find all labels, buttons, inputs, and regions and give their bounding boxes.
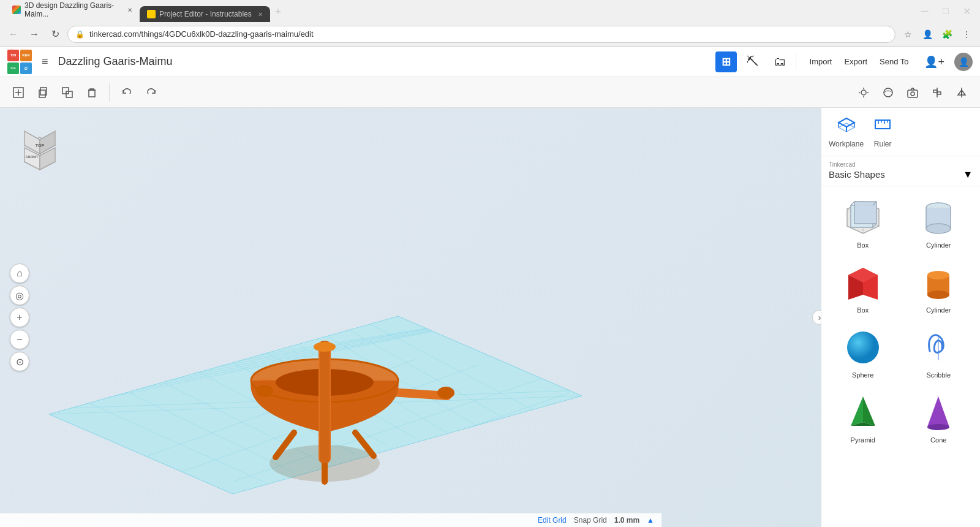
redo-button[interactable] [140,83,162,102]
shapes-grid: Box Cylinder [821,186,980,453]
browser-minimize[interactable]: ─ [916,2,933,20]
browser-actions: ☆ 👤 🧩 ⋮ [899,26,975,43]
browser-controls: ← → ↻ 🔒 tinkercad.com/things/4GDCu6xlk0D… [0,22,980,47]
add-user-button[interactable]: 👤+ [919,53,949,71]
ruler-button[interactable]: Ruler [873,115,892,148]
mirror-button[interactable] [951,83,973,102]
svg-text:FRONT: FRONT [26,155,39,159]
shape-cylinder-orange[interactable]: Cylinder [902,256,976,319]
view-toggle-button[interactable] [877,83,899,102]
align-button[interactable] [926,83,948,102]
pyramid-img [842,391,884,434]
tab-instructables-close[interactable]: ✕ [258,11,263,18]
browser-chrome: 3D design Dazzling Gaaris-Maim... ✕ Proj… [0,0,980,47]
svg-point-104 [847,332,879,363]
shape-box-red[interactable]: Box [826,256,900,319]
shape-box-wireframe[interactable]: Box [826,191,900,254]
edit-grid-button[interactable]: Edit Grid [538,516,567,525]
panel-top-controls: Workplane Ruler [821,108,980,156]
shape-cone[interactable]: Cone [902,386,976,449]
nav-back[interactable]: ← [5,26,22,43]
tab-tinkercad[interactable]: 3D design Dazzling Gaaris-Maim... ✕ [5,0,140,22]
svg-marker-105 [851,396,863,426]
extensions-btn[interactable]: 🧩 [938,26,956,43]
svg-marker-20 [958,90,962,95]
apps-grid-button[interactable]: ⊞ [715,51,737,72]
new-tab-button[interactable]: + [270,3,287,21]
svg-rect-17 [933,90,937,93]
tab-instructables-label: Project Editor - Instructables [159,10,252,18]
svg-point-109 [927,424,949,430]
more-btn[interactable]: ⋮ [958,26,975,43]
svg-marker-106 [863,396,875,426]
lock-icon: 🔒 [75,30,85,39]
cylinder-wireframe-label: Cylinder [926,241,951,249]
nav-forward[interactable]: → [26,26,43,43]
export-button[interactable]: Export [838,53,873,70]
logo-ker: KER [20,50,32,61]
delete-button[interactable] [81,83,103,102]
snap-grid-toggle[interactable]: ▲ [647,516,654,525]
pickaxe-button[interactable]: ⛏ [742,52,764,71]
svg-point-67 [437,387,454,399]
menu-button[interactable]: ≡ [39,53,51,70]
view-cube[interactable]: TOP FRONT [12,120,67,175]
category-dropdown[interactable]: ▼ [963,169,973,180]
browser-close[interactable]: ✕ [958,2,975,20]
logo-ca: CA [7,63,19,74]
shape-pyramid[interactable]: Pyramid [826,386,900,449]
tab-instructables[interactable]: Project Editor - Instructables ✕ [140,6,270,22]
svg-point-8 [861,90,866,95]
svg-rect-5 [62,88,69,94]
gallery-button[interactable]: 🗂 [769,52,791,71]
svg-line-85 [851,202,854,205]
sphere-label: Sphere [852,371,873,379]
app-header: TIN KER CA D ≡ Dazzling Gaaris-Maimu ⊞ ⛏… [0,47,980,77]
avatar[interactable]: 👤 [954,53,973,71]
svg-rect-18 [937,92,941,94]
category-name: Basic Shapes [829,168,963,181]
logo-d: D [20,63,32,74]
tab-tinkercad-close[interactable]: ✕ [127,7,132,13]
svg-marker-108 [927,396,949,427]
duplicate-button[interactable] [56,83,78,102]
toolbar [0,77,980,108]
box-red-img [842,261,884,304]
project-title: Dazzling Gaaris-Maimu [58,55,708,68]
browser-maximize[interactable]: □ [937,2,954,20]
scribble-img [917,326,960,369]
svg-point-102 [927,290,949,299]
canvas-area[interactable]: TOP FRONT ⌂ ◎ + − ⊙ [0,108,821,527]
light-button[interactable] [853,83,875,102]
camera-button[interactable] [902,83,924,102]
bottom-bar: Edit Grid Snap Grid 1.0 mm ▲ [0,513,662,527]
send-to-button[interactable]: Send To [873,53,914,70]
new-shape-button[interactable] [7,83,29,102]
shape-sphere[interactable]: Sphere [826,321,900,384]
shape-cylinder-wireframe[interactable]: Cylinder [902,191,976,254]
cone-img [917,391,960,434]
workplane-label: Workplane [829,140,864,148]
import-button[interactable]: Import [804,53,839,70]
tab-tinkercad-label: 3D design Dazzling Gaaris-Maim... [24,1,121,18]
svg-marker-70 [839,118,854,127]
address-bar[interactable]: 🔒 tinkercad.com/things/4GDCu6xlk0D-dazzl… [67,26,895,43]
toolbar-separator-1 [109,83,110,102]
shape-scribble[interactable]: Scribble [902,321,976,384]
workplane-icon [837,115,856,137]
svg-point-66 [256,385,273,397]
svg-point-103 [927,271,949,279]
bookmark-btn[interactable]: ☆ [899,26,916,43]
header-actions: ⊞ ⛏ 🗂 Import Export Send To 👤+ 👤 [715,51,973,72]
svg-rect-6 [66,91,72,97]
svg-marker-21 [962,90,965,95]
svg-point-13 [884,88,892,97]
profile-btn[interactable]: 👤 [919,26,936,43]
viewport[interactable]: TOP FRONT ⌂ ◎ + − ⊙ [0,108,821,527]
undo-button[interactable] [116,83,138,102]
address-text: tinkercad.com/things/4GDCu6xlk0D-dazzlin… [89,29,314,39]
snap-grid-label: Snap Grid [574,516,607,525]
workplane-button[interactable]: Workplane [829,115,864,148]
copy-button[interactable] [32,83,54,102]
nav-refresh[interactable]: ↻ [47,26,64,43]
